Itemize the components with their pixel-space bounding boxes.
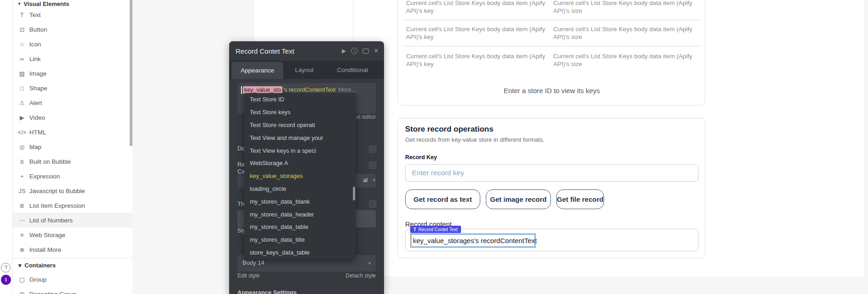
help-icon[interactable]: ? [1, 263, 11, 272]
sidebar-item[interactable]: ≣ List Item Expression [13, 198, 132, 213]
repeating-group-icon: ⊞ [17, 291, 27, 294]
dropdown-item[interactable]: WebStorage A [244, 157, 356, 170]
map-icon: ◎ [17, 144, 27, 150]
chevron-down-icon: ▾ [18, 1, 21, 6]
sidebar-item[interactable]: ⋯ List of Numbers [13, 213, 132, 227]
checkbox[interactable] [369, 200, 376, 208]
user-avatar[interactable]: I [1, 275, 11, 285]
expression-more-link[interactable]: More... [338, 86, 356, 93]
sidebar-item[interactable]: JS Javascript to Bubble [13, 183, 132, 198]
panel-header[interactable]: Record Contet Text ▶ i × [229, 41, 384, 61]
keys-table-cell[interactable]: Current cell's List Store Keys body data… [553, 52, 693, 68]
appearance-settings-section: Appearance Settings [237, 289, 297, 294]
sidebar-item-label: Text [29, 11, 41, 18]
detach-style-link[interactable]: Detach style [229, 272, 376, 279]
sidebar-item[interactable]: ▶ Video [13, 110, 132, 125]
image-icon: ▨ [17, 70, 27, 77]
visual-elements-list: T Text ⊡ Button ☆ Icon ∞ Link ▨ Image □ … [13, 7, 132, 257]
sidebar-item[interactable]: ⚠ Alert [13, 95, 132, 110]
sidebar-item[interactable]: ◎ Map [13, 139, 132, 154]
sidebar-item[interactable]: ∞ Link [13, 51, 132, 66]
sidebar-item-label: Web Storage [29, 232, 66, 239]
section-label: Visual Elements [24, 0, 69, 7]
dropdown-item[interactable]: Text View keys in a speci [244, 144, 356, 157]
checkbox[interactable] [369, 145, 376, 153]
property-editor-panel: Record Contet Text ▶ i × Appearance Layo… [229, 41, 384, 294]
dropdown-item[interactable]: Text Store keys [244, 106, 356, 119]
sidebar-item-label: Link [29, 55, 41, 62]
close-icon[interactable]: × [374, 46, 379, 55]
store-record-operations-card: Store record operations Get records from… [397, 118, 705, 258]
panel-title: Record Contet Text [236, 47, 294, 55]
checkbox[interactable] [369, 161, 376, 169]
dropdown-item[interactable]: my_stores_data_blank [244, 195, 356, 208]
sidebar-item[interactable]: ☆ Icon [13, 37, 132, 51]
record-action-button[interactable]: Get record as text [405, 189, 480, 209]
sidebar-item-label: Built on Bubble [29, 158, 71, 165]
selected-text-element[interactable]: key_value_storages's recordContentText [411, 234, 535, 247]
tab-appearance[interactable]: Appearance [231, 62, 283, 79]
keys-table-cell[interactable]: Current cell's List Store Keys body data… [406, 52, 546, 68]
option-label-fragment-th: Th [237, 200, 244, 207]
sidebar-item[interactable]: ▨ Image [13, 66, 132, 81]
sidebar-item[interactable]: ▢ Group [13, 272, 132, 287]
sidebar-item[interactable]: ⊡ Button [13, 22, 132, 37]
preview-icon[interactable]: ▶ [342, 48, 346, 54]
sidebar-item[interactable]: ⊞ Repeating Group [13, 287, 132, 294]
keys-table-cell[interactable]: Current cell's List Store Keys body data… [553, 0, 693, 15]
record-action-button[interactable]: Get file record [556, 189, 604, 209]
sidebar-item[interactable]: ≡ Web Storage [13, 227, 132, 242]
dropdown-item[interactable]: loading_circle [244, 183, 356, 195]
sidebar-item-label: Image [29, 70, 47, 77]
dropdown-item[interactable]: my_stores_data_title [244, 233, 356, 246]
dropdown-scrollbar-thumb[interactable] [353, 187, 355, 200]
chevron-down-icon: ▾ [368, 261, 371, 266]
web-storage-icon: ≡ [17, 232, 27, 239]
dropdown-item[interactable]: Text Store ID [244, 93, 356, 106]
sidebar-item-label: Alert [29, 100, 42, 106]
shape-icon: □ [17, 85, 27, 92]
record-key-label: Record Key [405, 154, 437, 161]
elements-sidebar: ▾ Visual Elements T Text ⊡ Button ☆ Icon… [13, 0, 132, 294]
dropdown-item[interactable]: Text Store record operati [244, 119, 356, 132]
built-on-bubble-icon: b [17, 158, 27, 165]
comment-icon[interactable] [363, 49, 369, 54]
card-subtitle[interactable]: Get records from key-value store in diff… [405, 136, 544, 143]
list-item-expression-icon: ≣ [17, 202, 27, 209]
keys-table-cell[interactable]: Current cell's List Store Keys body data… [553, 25, 693, 41]
panel-tabbar: Appearance Layout Conditional [229, 61, 384, 79]
section-containers[interactable]: ▾ Containers [13, 258, 132, 272]
sidebar-item-label: Map [29, 144, 41, 150]
dropdown-item[interactable]: store_keys_data_table [244, 246, 356, 259]
tab-layout[interactable]: Layout [294, 61, 315, 79]
keys-empty-message[interactable]: Enter a store ID to view its keys [398, 87, 706, 94]
info-icon[interactable]: i [351, 48, 357, 54]
sidebar-item[interactable]: ⊕ Install More [13, 242, 132, 257]
sidebar-item[interactable]: </> HTML [13, 125, 132, 139]
sidebar-item[interactable]: b Built on Bubble [13, 154, 132, 169]
sidebar-item[interactable]: + Expression [13, 169, 132, 183]
dropdown-item[interactable]: key_value_storages [244, 170, 356, 183]
panel-divider [229, 283, 384, 283]
keys-table-cell[interactable]: Current cell's List Store Keys body data… [406, 0, 546, 15]
tab-conditional[interactable]: Conditional [336, 61, 368, 79]
sidebar-item-label: Install More [29, 246, 61, 253]
sidebar-item[interactable]: □ Shape [13, 81, 132, 95]
autocomplete-dropdown: Text Store ID Text Store keys Text Store… [244, 93, 356, 259]
expression-token-selected[interactable]: key_value_sto [243, 86, 282, 94]
keys-table-cell[interactable]: Current cell's List Store Keys body data… [406, 25, 546, 41]
dropdown-item[interactable]: my_stores_data_header [244, 208, 356, 221]
card-title[interactable]: Store record operations [405, 125, 494, 134]
dropdown-item[interactable]: my_stores_data_table [244, 221, 356, 233]
chip-label: Record Contet Text [418, 227, 457, 232]
text-cursor [241, 86, 242, 94]
sidebar-item[interactable]: T Text [13, 7, 132, 22]
record-key-input[interactable] [405, 164, 698, 182]
selected-element-chip[interactable]: T Record Contet Text [410, 226, 461, 233]
tag-select-value-fragment: al [363, 177, 368, 183]
section-visual-elements[interactable]: ▾ Visual Elements [13, 0, 132, 7]
page-guide-line [353, 0, 353, 41]
dropdown-item[interactable]: Text View and manage your [244, 131, 356, 144]
record-action-button[interactable]: Get image record [486, 189, 551, 209]
expression-suffix[interactable]: 's recordContentText [283, 86, 335, 93]
